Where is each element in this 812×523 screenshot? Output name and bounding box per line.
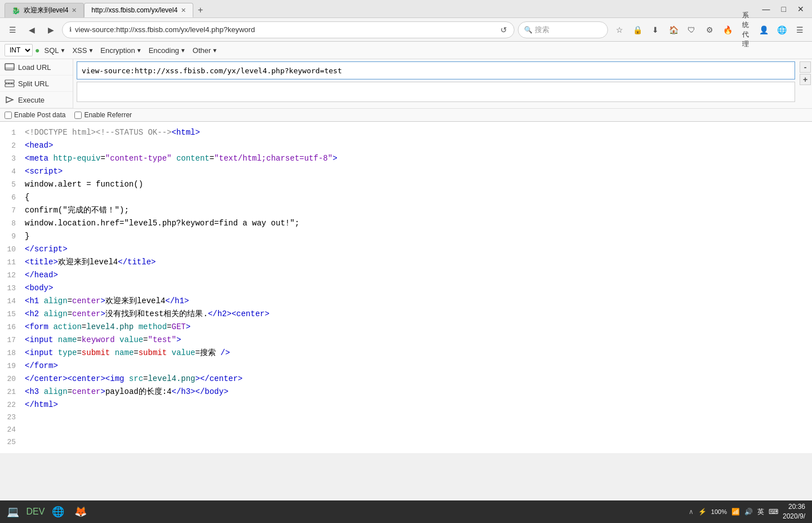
taskbar-volume-icon: 🔊 — [744, 508, 753, 516]
hackbar-bottom-bar: Enable Post data Enable Referrer — [0, 108, 812, 121]
split-url-icon — [5, 78, 15, 88]
url-bar[interactable]: ℹ view-source:http://xss.fbisb.com/yx/le… — [62, 21, 514, 38]
line-content: <h1 align=center>欢迎来到level4</h1> — [25, 295, 807, 307]
collapse-button[interactable]: - — [800, 61, 811, 73]
code-line-2: 2<head> — [0, 139, 812, 152]
line-number: 9 — [5, 231, 25, 243]
enable-post-text: Enable Post data — [14, 111, 65, 119]
load-url-button[interactable]: Load URL — [0, 59, 73, 76]
taskbar-app-dev[interactable]: DEV — [25, 502, 46, 521]
expand-button[interactable]: + — [800, 74, 811, 85]
home-button[interactable]: 🏠 — [665, 22, 681, 38]
code-line-8: 8 window.location.href="level5.php?keywo… — [0, 217, 812, 230]
proxy-button[interactable]: 系统代理 — [738, 22, 753, 38]
load-url-label: Load URL — [18, 63, 51, 72]
search-placeholder: 搜索 — [535, 25, 549, 35]
forward-button[interactable]: ▶ — [43, 22, 59, 38]
line-number: 25 — [5, 436, 25, 449]
split-url-button[interactable]: Split URL — [0, 76, 73, 92]
line-number: 17 — [5, 334, 25, 347]
code-line-3: 3<meta http-equiv="content-type" content… — [0, 152, 812, 165]
svg-rect-0 — [5, 64, 14, 70]
taskbar-lang-label: 英 — [757, 507, 764, 517]
line-number: 3 — [5, 153, 25, 165]
enable-post-label[interactable]: Enable Post data — [5, 111, 65, 119]
execute-button[interactable]: Execute — [0, 92, 73, 108]
profile-button[interactable]: 👤 — [756, 22, 771, 38]
close-button[interactable]: ✕ — [794, 3, 807, 15]
code-line-9: 9} — [0, 230, 812, 243]
hackbar-post-textarea[interactable] — [77, 82, 795, 102]
hackbar-xss-menu[interactable]: XSS▼ — [70, 45, 96, 56]
hackbar-encryption-menu[interactable]: Encryption▼ — [98, 45, 144, 56]
taskbar-app-pc[interactable]: 💻 — [2, 502, 24, 521]
taskbar-app-firefox[interactable]: 🦊 — [70, 502, 91, 521]
code-line-13: 13<body> — [0, 282, 812, 295]
taskbar-app-ie[interactable]: 🌐 — [47, 502, 69, 521]
enable-post-checkbox[interactable] — [5, 112, 12, 119]
line-number: 21 — [5, 386, 25, 398]
line-content: <form action=level4.php method=GET> — [25, 321, 807, 333]
hackbar-url-input[interactable] — [77, 61, 795, 79]
browser-actions: ☆ 🔒 ⬇ 🏠 🛡 ⚙ 🔥 系统代理 👤 🌐 ☰ — [611, 22, 807, 38]
line-content: window.location.href="level5.php?keyword… — [25, 217, 807, 229]
hackbar-other-menu[interactable]: Other▼ — [190, 45, 220, 56]
reader-button[interactable]: 🔒 — [629, 22, 645, 38]
bookmark-button[interactable]: ☆ — [611, 22, 627, 38]
menu-button[interactable]: ☰ — [792, 22, 807, 38]
settings-button[interactable]: ⚙ — [702, 22, 717, 38]
line-number: 11 — [5, 256, 25, 269]
tab-viewsource[interactable]: http://xss.fbisb.com/yx/level4 ✕ — [84, 3, 193, 17]
taskbar-time-display: 20:36 — [783, 502, 805, 512]
hackbar-sql-menu[interactable]: SQL▼ — [42, 45, 68, 56]
tab-label-1: 欢迎来到level4 — [24, 6, 68, 15]
titlebar: 🐉 欢迎来到level4 ✕ http://xss.fbisb.com/yx/l… — [0, 0, 812, 18]
code-line-19: 19</form> — [0, 360, 812, 373]
tab-level4[interactable]: 🐉 欢迎来到level4 ✕ — [5, 3, 84, 17]
tab-close-1[interactable]: ✕ — [72, 7, 77, 14]
shield-button[interactable]: 🛡 — [684, 22, 699, 38]
code-line-4: 4<script> — [0, 165, 812, 178]
line-number: 5 — [5, 179, 25, 191]
download-button[interactable]: ⬇ — [647, 22, 663, 38]
code-line-17: 17<input name=keyword value="test"> — [0, 334, 812, 347]
taskbar-clock: 20:36 2020/9/ — [783, 502, 805, 521]
load-url-icon — [5, 62, 15, 72]
window-controls: — □ ✕ — [759, 3, 807, 15]
hackbar-encoding-menu[interactable]: Encoding▼ — [147, 45, 188, 56]
browser-toolbar: ☰ ◀ ▶ ℹ view-source:http://xss.fbisb.com… — [0, 18, 812, 42]
enable-referrer-label[interactable]: Enable Referrer — [74, 111, 132, 119]
line-number: 1 — [5, 127, 25, 139]
search-bar[interactable]: 🔍 搜索 — [518, 21, 608, 38]
refresh-button[interactable]: ↺ — [500, 25, 507, 34]
back-button[interactable]: ◀ — [24, 22, 39, 38]
code-line-14: 14<h1 align=center>欢迎来到level4</h1> — [0, 295, 812, 308]
line-number: 18 — [5, 347, 25, 360]
status-dot: ● — [35, 46, 39, 55]
svg-rect-3 — [5, 80, 14, 83]
line-content: <h3 align=center>payload的长度:4</h3></body… — [25, 385, 807, 398]
enable-referrer-checkbox[interactable] — [74, 112, 82, 119]
minimize-button[interactable]: — — [759, 3, 774, 15]
dev-tools-icon: DEV — [26, 507, 45, 517]
maximize-button[interactable]: □ — [778, 3, 789, 15]
code-line-25: 25 — [0, 436, 812, 449]
hackbar-menu-row: INT ● SQL▼ XSS▼ Encryption▼ Encoding▼ Ot… — [0, 42, 812, 59]
code-line-6: 6{ — [0, 191, 812, 204]
lock-icon: ℹ — [69, 26, 72, 33]
line-number: 2 — [5, 140, 25, 152]
hackbar-type-select[interactable]: INT — [5, 44, 33, 56]
line-content: { — [25, 191, 807, 203]
fire-button[interactable]: 🔥 — [720, 22, 735, 38]
sidebar-toggle-button[interactable]: ☰ — [5, 22, 20, 38]
code-line-7: 7confirm("完成的不错！"); — [0, 204, 812, 217]
new-tab-button[interactable]: + — [193, 3, 207, 17]
code-line-11: 11<title>欢迎来到level4</title> — [0, 256, 812, 269]
svg-marker-5 — [6, 97, 13, 103]
sync-button[interactable]: 🌐 — [774, 22, 789, 38]
line-number: 8 — [5, 218, 25, 230]
line-number: 12 — [5, 269, 25, 282]
tab-label-2: http://xss.fbisb.com/yx/level4 — [91, 6, 178, 14]
line-content: } — [25, 230, 807, 242]
tab-close-2[interactable]: ✕ — [181, 7, 186, 14]
